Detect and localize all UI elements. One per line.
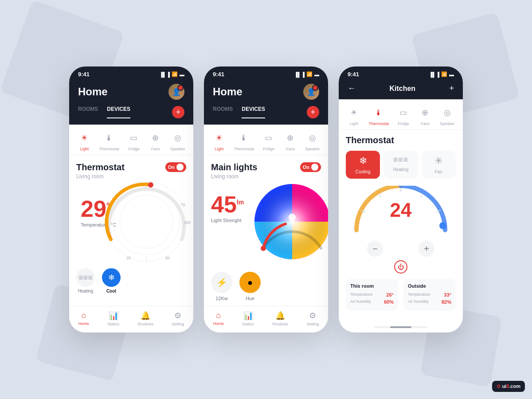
status-bar-3: 9:41 ▐▌▐ 📶 ▬ [339,66,463,80]
device-light-3[interactable]: ☀ Light [347,106,361,126]
back-button[interactable]: ← [348,84,356,93]
status-icons-3: ▐▌▐ 📶 ▬ [429,71,454,77]
color-wheel-svg [250,180,328,264]
nav-statics-2[interactable]: 📊 Statics [242,311,254,326]
power-button[interactable]: ⏻ [394,260,407,274]
nav-home-2[interactable]: ⌂ Home [213,311,224,326]
setting-icon-1: ⚙ [174,311,181,321]
lights-toggle[interactable]: On [300,162,321,172]
light-icon-3: ☀ [347,106,361,120]
battery-icon: ▬ [180,72,184,77]
kitchen-temp-value: 24 [390,199,412,221]
device-light-1[interactable]: ☀ Light [77,131,91,151]
device-speaker-1[interactable]: ◎ Speaker [170,131,185,151]
svg-point-14 [289,214,296,221]
nav-setting-1[interactable]: ⚙ Setting [172,311,184,326]
tab-rooms-1[interactable]: ROOMS [78,106,98,118]
fans-icon-2: ⊕ [283,131,297,145]
bottom-nav-1: ⌂ Home 📊 Statics 🔔 Routines ⚙ Setting [69,306,193,332]
nav-statics-1[interactable]: 📊 Statics [107,311,119,326]
device-fridge-1[interactable]: ▭ Fridge [127,131,141,151]
signal-icon-2: ▐▌▐ [294,72,305,77]
status-bar-1: 9:41 ▐▌▐ 📶 ▬ [69,66,193,80]
kitchen-dial-area: 24 [346,186,456,239]
device-icons-row-1: ☀ Light 🌡 Thermostat ▭ Fridge ⊕ Fans ◎ S… [69,125,193,155]
nav-home-1[interactable]: ⌂ Home [78,311,89,326]
tab-devices-2[interactable]: DEVICES [242,106,265,118]
device-speaker-2[interactable]: ◎ Speaker [305,131,320,151]
this-room-temp-label: Temperature [350,292,373,297]
nav-tabs-1: ROOMS DEVICES + [69,106,193,125]
svg-line-20 [421,194,423,198]
kitchen-add-btn[interactable]: + [449,84,454,93]
device-fridge-3[interactable]: ▭ Fridge [396,106,411,126]
cooling-card[interactable]: ❄ Cooling [346,151,380,179]
mode-buttons: ≡≡≡ Heating ❄ Cool [76,264,186,298]
avatar-2[interactable]: 👤 [303,84,319,100]
device-12kw[interactable]: ⚡ 12Kw [211,272,232,301]
heating-card[interactable]: ≡≡≡ Heating [383,151,418,179]
light-value: 45lm [211,193,244,216]
nav-routines-1[interactable]: 🔔 Routines [137,311,153,326]
temp-increase-btn[interactable]: + [419,241,434,257]
device-thermostat-2[interactable]: 🌡 Thermostat [234,131,254,151]
lights-dial-area: 45lm Light Strenght [211,184,321,268]
thermostat-toggle[interactable]: On [165,162,186,172]
devices-row: ⚡ 12Kw ● Hue [211,268,321,301]
add-device-btn-1[interactable]: + [172,106,184,118]
statics-icon-1: 📊 [109,311,118,321]
heating-icon: ≡≡≡ [76,268,95,287]
content-lights: Main lights Living room On 45lm Light St… [204,155,328,306]
light-unit: lm [237,199,244,206]
heating-label: Heating [78,289,93,293]
this-room-temp-value: 26° [386,292,394,297]
device-fridge-2[interactable]: ▭ Fridge [262,131,276,151]
this-room-card: This room Temperature 26° Air humidity 6… [346,279,398,311]
signal-icon-3: ▐▌▐ [429,72,439,77]
light-value-label: Light Strenght [211,218,244,223]
battery-icon-2: ▬ [314,72,319,77]
scroll-thumb [390,326,411,328]
heating-label-3: Heating [393,167,408,172]
device-hue[interactable]: ● Hue [239,272,261,301]
lights-header-row: Main lights Living room On [211,162,321,180]
status-icons-1: ▐▌▐ 📶 ▬ [160,71,184,77]
device-light-2[interactable]: ☀ Light [212,131,226,151]
fan-card[interactable]: ✳ Fan [422,151,456,179]
device-thermostat-1[interactable]: 🌡 Thermostat [99,131,119,151]
device-thermostat-3[interactable]: 🌡 Thermostat [368,106,389,126]
cool-label: Cool [106,289,116,293]
phone-header-1: Home 👤 [69,80,193,106]
heating-mode-btn[interactable]: ≡≡≡ Heating [76,268,95,293]
phone-header-2: Home 👤 [204,80,328,106]
cool-mode-btn[interactable]: ❄ Cool [102,268,121,293]
outside-humidity-value: 82% [442,299,451,305]
device-fans-1[interactable]: ⊕ Fans [149,131,163,151]
kitchen-content: Thermostat ❄ Cooling ≡≡≡ Heating ✳ Fan [339,130,463,326]
tab-rooms-2[interactable]: ROOMS [213,106,233,118]
nav-tabs-2: ROOMS DEVICES + [204,106,328,125]
mode-cards: ❄ Cooling ≡≡≡ Heating ✳ Fan [346,151,456,179]
thermostat-icon: 🌡 [102,131,116,145]
lights-toggle-knob [311,164,318,171]
outside-temp-label: Temperature [408,292,430,297]
wifi-icon: 📶 [172,71,178,77]
speaker-icon: ◎ [171,131,185,145]
temp-decrease-btn[interactable]: − [367,241,383,257]
avatar-1[interactable]: 👤 [168,84,184,100]
fan-label: Fan [435,169,442,174]
outside-card: Outside Temperature 33° Air humidity 82% [403,279,456,311]
this-room-humidity-label: Air humidity [350,299,371,305]
light-icon: ☀ [77,131,91,145]
cooling-label: Cooling [356,169,371,174]
nav-setting-2[interactable]: ⚙ Setting [306,311,319,326]
nav-routines-2[interactable]: 🔔 Routines [272,311,288,326]
device-speaker-3[interactable]: ◎ Speaker [440,106,455,126]
tab-devices-1[interactable]: DEVICES [107,106,130,118]
add-device-btn-2[interactable]: + [307,106,319,118]
watermark-brand: 8 [506,383,509,389]
hue-label: Hue [246,296,254,301]
dial-area: 29° Temperature, °C [76,184,186,264]
device-fans-3[interactable]: ⊕ Fans [418,106,432,126]
device-fans-2[interactable]: ⊕ Fans [283,131,297,151]
